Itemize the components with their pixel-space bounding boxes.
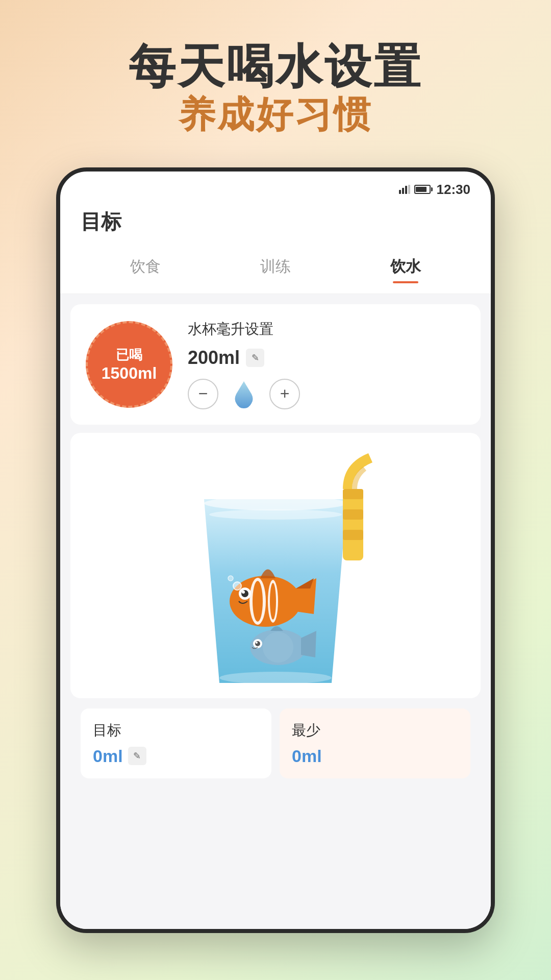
svg-rect-4 xyxy=(343,489,363,560)
water-settings-card: 已喝 1500ml 水杯毫升设置 200ml ✎ − xyxy=(70,304,481,425)
app-title: 目标 xyxy=(81,208,470,236)
goal-value: 0ml xyxy=(93,746,123,766)
status-time: 12:30 xyxy=(437,182,471,198)
min-value-row: 0ml xyxy=(292,746,458,766)
svg-point-24 xyxy=(228,576,233,581)
svg-rect-3 xyxy=(408,185,410,194)
content-area: 已喝 1500ml 水杯毫升设置 200ml ✎ − xyxy=(60,294,491,933)
svg-point-20 xyxy=(242,591,245,594)
water-drop-icon xyxy=(229,379,259,409)
cup-ml-value: 200ml xyxy=(188,347,240,369)
svg-point-26 xyxy=(263,632,293,663)
svg-point-17 xyxy=(270,583,276,620)
header-title-line1: 每天喝水设置 xyxy=(129,41,422,92)
battery-icon xyxy=(414,185,431,194)
app-header: 目标 xyxy=(60,203,491,246)
drunk-amount: 1500ml xyxy=(102,364,157,383)
signal-icon xyxy=(399,185,410,194)
goal-value-row: 0ml ✎ xyxy=(93,746,259,766)
min-label: 最少 xyxy=(292,721,458,740)
minus-button[interactable]: − xyxy=(188,379,218,409)
plus-button[interactable]: + xyxy=(269,379,300,409)
minus-icon: − xyxy=(198,384,208,403)
svg-point-29 xyxy=(256,642,258,644)
tab-training[interactable]: 训练 xyxy=(260,256,291,283)
tab-water[interactable]: 饮水 xyxy=(390,256,421,283)
illustration-card xyxy=(70,433,481,698)
phone-frame: 12:30 目标 饮食 训练 饮水 已喝 1500ml 水杯毫升设置 200ml xyxy=(56,167,495,933)
bottom-settings: 目标 0ml ✎ 最少 0ml xyxy=(70,698,481,789)
tab-diet[interactable]: 饮食 xyxy=(130,256,161,283)
svg-rect-5 xyxy=(343,489,363,499)
cup-settings: 水杯毫升设置 200ml ✎ − xyxy=(188,320,465,409)
svg-point-28 xyxy=(255,641,260,646)
svg-rect-1 xyxy=(402,188,404,194)
edit-goal-button[interactable]: ✎ xyxy=(128,747,146,765)
goal-setting-box: 目标 0ml ✎ xyxy=(81,708,271,778)
tabs-bar: 饮食 训练 饮水 xyxy=(60,246,491,294)
ml-row: 200ml ✎ xyxy=(188,347,465,369)
plus-icon: + xyxy=(280,384,290,403)
svg-point-12 xyxy=(209,509,342,520)
header-section: 每天喝水设置 养成好习惯 xyxy=(129,0,422,137)
svg-rect-2 xyxy=(405,186,407,194)
status-icons xyxy=(399,185,431,194)
cup-settings-title: 水杯毫升设置 xyxy=(188,320,465,339)
status-bar: 12:30 xyxy=(60,172,491,203)
min-value: 0ml xyxy=(292,746,322,766)
svg-rect-7 xyxy=(343,530,363,540)
drunk-circle: 已喝 1500ml xyxy=(86,321,172,408)
min-setting-box: 最少 0ml xyxy=(280,708,470,778)
svg-rect-6 xyxy=(343,509,363,520)
drunk-label: 已喝 xyxy=(116,346,142,364)
controls-row: − xyxy=(188,379,465,409)
svg-rect-0 xyxy=(399,190,401,194)
edit-icon: ✎ xyxy=(252,352,259,363)
header-title-line2: 养成好习惯 xyxy=(129,92,422,136)
goal-label: 目标 xyxy=(93,721,259,740)
svg-point-16 xyxy=(253,581,263,622)
edit-goal-icon: ✎ xyxy=(133,750,141,762)
straw-icon xyxy=(328,448,379,560)
svg-point-23 xyxy=(233,582,241,590)
edit-cup-ml-button[interactable]: ✎ xyxy=(246,349,264,367)
